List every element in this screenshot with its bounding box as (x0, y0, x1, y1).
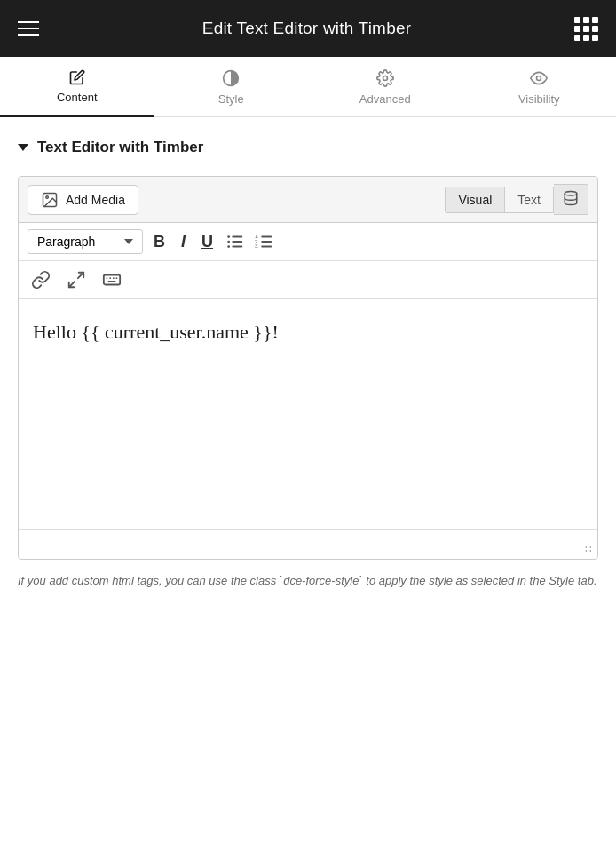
timber-icon (563, 190, 579, 206)
unordered-list-icon[interactable] (224, 228, 247, 255)
apps-grid-button[interactable] (574, 17, 598, 41)
svg-point-10 (227, 241, 230, 243)
tab-advanced[interactable]: Advanced (308, 57, 462, 116)
hamburger-menu-button[interactable] (18, 21, 39, 36)
tab-advanced-label: Advanced (359, 92, 411, 106)
section-title-text: Text Editor with Timber (37, 139, 203, 156)
text-view-button[interactable]: Text (504, 187, 554, 213)
pencil-icon (69, 69, 85, 85)
bold-button[interactable]: B (148, 229, 170, 255)
view-toggle: Visual Text (445, 184, 588, 215)
svg-line-19 (69, 282, 75, 287)
add-media-icon (41, 191, 59, 209)
svg-rect-20 (104, 275, 120, 285)
info-text: If you add custom html tags, you can use… (18, 572, 598, 591)
tab-style-label: Style (218, 92, 244, 106)
content-area: Text Editor with Timber Add Media Visual… (0, 117, 616, 608)
tab-visibility[interactable]: Visibility (462, 57, 617, 116)
svg-point-5 (565, 192, 577, 196)
format-toolbar-row2 (19, 261, 597, 299)
tab-style[interactable]: Style (154, 57, 309, 116)
tabs-bar: Content Style Advanced Visibility (0, 57, 616, 117)
fullscreen-icon[interactable] (63, 266, 90, 293)
svg-point-2 (537, 76, 541, 81)
page-title: Edit Text Editor with Timber (202, 19, 411, 38)
ordered-list-icon[interactable]: 1. 2. 3. (252, 228, 275, 255)
svg-point-4 (46, 195, 49, 198)
style-icon (222, 69, 240, 87)
italic-button[interactable]: I (176, 229, 191, 255)
format-toolbar-row1: Paragraph B I U (19, 223, 597, 261)
eye-icon (530, 69, 548, 87)
add-media-button[interactable]: Add Media (28, 185, 138, 215)
dropdown-arrow-icon (124, 239, 133, 244)
svg-point-9 (227, 235, 230, 238)
editor-container: Add Media Visual Text (18, 176, 598, 560)
tab-content-label: Content (57, 91, 98, 104)
header: Edit Text Editor with Timber (0, 0, 616, 57)
timber-button[interactable] (554, 184, 588, 215)
svg-text:3.: 3. (255, 243, 259, 249)
paragraph-select[interactable]: Paragraph (28, 229, 143, 254)
svg-point-1 (383, 76, 387, 81)
add-media-label: Add Media (66, 193, 125, 207)
paragraph-label: Paragraph (37, 235, 95, 249)
underline-button[interactable]: U (196, 229, 218, 255)
tab-content[interactable]: Content (0, 57, 154, 116)
visual-view-button[interactable]: Visual (445, 187, 504, 213)
collapse-arrow-icon[interactable] (18, 144, 28, 151)
editor-top-bar: Add Media Visual Text (19, 177, 597, 223)
resize-dots-icon: ∷ (585, 543, 592, 555)
gear-icon (376, 69, 394, 87)
svg-point-11 (227, 245, 230, 248)
svg-line-18 (78, 273, 83, 278)
link-icon[interactable] (28, 266, 54, 293)
editor-body[interactable]: Hello {{ current_user.name }}! (19, 299, 597, 530)
editor-resize-handle[interactable]: ∷ (19, 530, 597, 559)
editor-content-text[interactable]: Hello {{ current_user.name }}! (33, 317, 583, 346)
tab-visibility-label: Visibility (518, 92, 560, 106)
section-header: Text Editor with Timber (18, 139, 598, 156)
keyboard-icon[interactable] (99, 266, 125, 293)
